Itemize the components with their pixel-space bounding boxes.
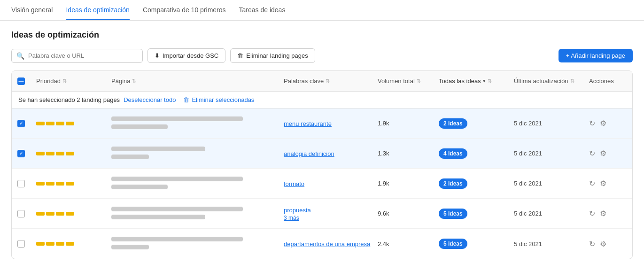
add-landing-page-button[interactable]: + Añadir landing page (559, 49, 633, 62)
selection-message: Se han seleccionado 2 landing pages (18, 96, 120, 103)
blurred-url (111, 207, 243, 211)
priority-bar (46, 122, 54, 125)
select-all-checkbox[interactable]: — (17, 77, 25, 85)
delete-selected-button[interactable]: 🗑 Eliminar seleccionadas (183, 96, 254, 103)
keyword-link[interactable]: analogia definicion (284, 150, 334, 157)
row-1-date: 5 dic 2021 (514, 120, 589, 127)
priority-bar (66, 182, 74, 186)
sort-prioridad-icon[interactable]: ⇅ (62, 78, 67, 84)
blurred-url (111, 147, 205, 151)
row-5-keyword: departamentos de una empresa (284, 240, 378, 248)
priority-bar (36, 152, 45, 155)
row-checkbox-cell: ✓ (17, 120, 36, 127)
keyword-link[interactable]: propuesta (284, 207, 311, 214)
todas-ideas-dropdown[interactable]: Todas las ideas ▾ ⇅ (439, 77, 492, 85)
priority-bar (36, 242, 45, 246)
ideas-badge[interactable]: 5 ideas (439, 239, 467, 249)
settings-icon[interactable]: ⚙ (600, 209, 606, 218)
row-2-keyword: analogia definicion (284, 150, 378, 157)
row-5-actions: ↻ ⚙ (589, 240, 627, 248)
row-1-checkbox[interactable]: ✓ (17, 120, 25, 127)
ideas-badge[interactable]: 5 ideas (439, 209, 467, 219)
row-3-date: 5 dic 2021 (514, 180, 589, 187)
top-navigation: Visión general Ideas de optimización Com… (0, 0, 644, 21)
settings-icon[interactable]: ⚙ (600, 119, 606, 128)
nav-item-ideas-optimizacion[interactable]: Ideas de optimización (66, 0, 129, 20)
priority-bar (46, 182, 54, 186)
row-5-date: 5 dic 2021 (514, 240, 589, 248)
row-2-volume: 1.3k (378, 150, 439, 157)
keyword-sub-link[interactable]: 3 más (284, 215, 299, 221)
selection-bar: Se han seleccionado 2 landing pages Dese… (12, 92, 632, 108)
ideas-badge[interactable]: 4 ideas (439, 148, 467, 159)
deselect-all-button[interactable]: Deseleccionar todo (124, 96, 176, 103)
refresh-icon[interactable]: ↻ (589, 119, 595, 128)
priority-bars (36, 242, 111, 246)
table-header: — Prioridad ⇅ Página ⇅ Palabras clave ⇅ … (12, 71, 632, 92)
search-icon: 🔍 (16, 52, 24, 60)
row-3-checkbox[interactable] (17, 180, 25, 187)
refresh-icon[interactable]: ↻ (589, 179, 595, 188)
keyword-link[interactable]: menu restaurante (284, 120, 332, 127)
header-palabras-clave: Palabras clave ⇅ (284, 77, 378, 85)
row-1-volume: 1.9k (378, 120, 439, 127)
ideas-badge[interactable]: 2 ideas (439, 118, 467, 129)
priority-bar (66, 122, 74, 125)
search-input[interactable] (28, 52, 138, 59)
keyword-link[interactable]: formato (284, 180, 304, 187)
header-ultima-actualizacion: Última actualización ⇅ (514, 77, 589, 85)
delete-landing-pages-button[interactable]: 🗑 Eliminar landing pages (230, 48, 315, 63)
import-gsc-button[interactable]: ⬇ Importar desde GSC (147, 48, 225, 63)
row-4-date: 5 dic 2021 (514, 210, 589, 217)
row-4-checkbox[interactable] (17, 210, 25, 217)
main-content: Ideas de optimización 🔍 ⬇ Importar desde… (0, 21, 644, 269)
row-checkbox-cell (17, 210, 36, 217)
priority-bar (56, 152, 64, 155)
row-3-ideas: 2 ideas (439, 178, 514, 189)
chevron-down-icon: ▾ (483, 78, 486, 84)
optimization-table: — Prioridad ⇅ Página ⇅ Palabras clave ⇅ … (11, 70, 633, 259)
row-1-page (111, 113, 284, 134)
blurred-url (111, 177, 243, 181)
row-2-actions: ↻ ⚙ (589, 149, 627, 158)
refresh-icon[interactable]: ↻ (589, 149, 595, 158)
priority-bar (36, 212, 45, 216)
search-box: 🔍 (11, 49, 143, 63)
table-row: formato 1.9k 2 ideas 5 dic 2021 ↻ ⚙ (12, 169, 632, 199)
refresh-icon[interactable]: ↻ (589, 240, 595, 248)
row-3-priority (36, 182, 111, 186)
blurred-url (111, 116, 243, 121)
row-5-volume: 2.4k (378, 240, 439, 248)
row-5-checkbox[interactable] (17, 240, 25, 248)
header-acciones: Acciones (589, 77, 627, 85)
sort-palabras-icon[interactable]: ⇅ (326, 78, 330, 84)
sort-pagina-icon[interactable]: ⇅ (132, 78, 136, 84)
row-2-checkbox[interactable]: ✓ (17, 150, 25, 157)
blurred-url-sub (111, 124, 168, 129)
settings-icon[interactable]: ⚙ (600, 240, 606, 248)
header-volumen-total: Volumen total ⇅ (378, 77, 439, 85)
toolbar: 🔍 ⬇ Importar desde GSC 🗑 Eliminar landin… (11, 48, 633, 63)
priority-bar (46, 152, 54, 155)
row-4-volume: 9.6k (378, 210, 439, 217)
priority-bar (66, 242, 74, 246)
refresh-icon[interactable]: ↻ (589, 209, 595, 218)
nav-item-vision-general[interactable]: Visión general (11, 0, 53, 20)
sort-fecha-icon[interactable]: ⇅ (570, 78, 574, 84)
nav-item-comparativa[interactable]: Comparativa de 10 primeros (143, 0, 226, 20)
nav-item-tareas[interactable]: Tareas de ideas (239, 0, 286, 20)
row-1-keyword: menu restaurante (284, 120, 378, 127)
row-2-ideas: 4 ideas (439, 148, 514, 159)
row-5-page (111, 233, 284, 255)
trash-selected-icon: 🗑 (183, 96, 189, 103)
sort-volumen-icon[interactable]: ⇅ (417, 78, 421, 84)
settings-icon[interactable]: ⚙ (600, 179, 606, 188)
sort-ideas-icon[interactable]: ⇅ (488, 78, 492, 84)
row-3-page (111, 173, 284, 194)
settings-icon[interactable]: ⚙ (600, 149, 606, 158)
row-4-keyword: propuesta 3 más (284, 206, 378, 221)
row-checkbox-cell (17, 180, 36, 187)
table-row: ✓ menu restaurante 1.9k 2 ideas (12, 108, 632, 139)
keyword-link[interactable]: departamentos de una empresa (284, 240, 370, 248)
ideas-badge[interactable]: 2 ideas (439, 178, 467, 189)
